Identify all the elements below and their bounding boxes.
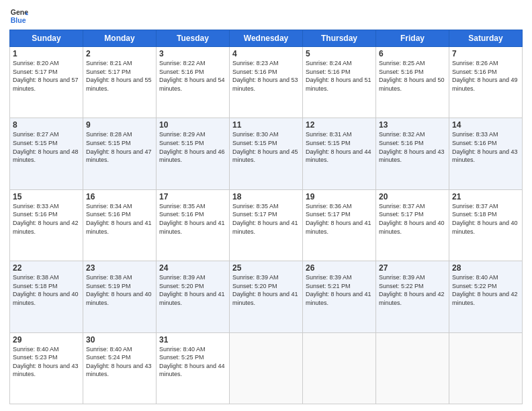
table-cell: 26 Sunrise: 8:39 AMSunset: 5:21 PMDaylig…	[303, 261, 376, 332]
day-number: 15	[13, 192, 80, 201]
table-cell: 18 Sunrise: 8:35 AMSunset: 5:17 PMDaylig…	[230, 189, 303, 261]
table-cell: 13 Sunrise: 8:32 AMSunset: 5:16 PMDaylig…	[376, 118, 449, 189]
table-cell: 29 Sunrise: 8:40 AMSunset: 5:23 PMDaylig…	[10, 332, 83, 404]
day-info: Sunrise: 8:36 AMSunset: 5:17 PMDaylight:…	[306, 202, 373, 236]
day-info: Sunrise: 8:38 AMSunset: 5:18 PMDaylight:…	[13, 273, 80, 307]
calendar-week-row: 22 Sunrise: 8:38 AMSunset: 5:18 PMDaylig…	[10, 261, 523, 332]
day-info: Sunrise: 8:35 AMSunset: 5:16 PMDaylight:…	[159, 202, 226, 236]
logo: General Blue	[9, 7, 31, 26]
day-info: Sunrise: 8:31 AMSunset: 5:15 PMDaylight:…	[306, 130, 373, 164]
table-cell: 20 Sunrise: 8:37 AMSunset: 5:17 PMDaylig…	[376, 189, 449, 261]
day-number: 16	[86, 192, 153, 201]
day-info: Sunrise: 8:24 AMSunset: 5:16 PMDaylight:…	[306, 59, 373, 93]
table-cell: 10 Sunrise: 8:29 AMSunset: 5:15 PMDaylig…	[157, 118, 230, 189]
day-info: Sunrise: 8:37 AMSunset: 5:18 PMDaylight:…	[452, 202, 519, 236]
day-number: 11	[232, 120, 300, 130]
calendar-header-row: Sunday Monday Tuesday Wednesday Thursday…	[10, 30, 523, 47]
day-info: Sunrise: 8:29 AMSunset: 5:15 PMDaylight:…	[159, 130, 226, 164]
day-number: 3	[159, 49, 226, 58]
day-number: 1	[13, 49, 80, 58]
table-cell: 14 Sunrise: 8:33 AMSunset: 5:16 PMDaylig…	[449, 118, 523, 189]
calendar-week-row: 1 Sunrise: 8:20 AMSunset: 5:17 PMDayligh…	[10, 47, 523, 118]
calendar-week-row: 15 Sunrise: 8:33 AMSunset: 5:16 PMDaylig…	[10, 189, 523, 261]
table-cell: 8 Sunrise: 8:27 AMSunset: 5:15 PMDayligh…	[10, 118, 83, 189]
day-number: 2	[86, 49, 153, 58]
table-cell	[376, 332, 449, 404]
table-cell: 4 Sunrise: 8:23 AMSunset: 5:16 PMDayligh…	[230, 47, 303, 118]
day-number: 8	[13, 120, 80, 130]
table-cell: 25 Sunrise: 8:39 AMSunset: 5:20 PMDaylig…	[230, 261, 303, 332]
day-number: 18	[232, 192, 300, 201]
day-info: Sunrise: 8:40 AMSunset: 5:25 PMDaylight:…	[159, 345, 226, 379]
calendar-week-row: 8 Sunrise: 8:27 AMSunset: 5:15 PMDayligh…	[10, 118, 523, 189]
table-cell: 24 Sunrise: 8:39 AMSunset: 5:20 PMDaylig…	[157, 261, 230, 332]
table-cell	[449, 332, 523, 404]
table-cell: 28 Sunrise: 8:40 AMSunset: 5:22 PMDaylig…	[449, 261, 523, 332]
day-info: Sunrise: 8:26 AMSunset: 5:16 PMDaylight:…	[452, 59, 519, 93]
day-info: Sunrise: 8:38 AMSunset: 5:19 PMDaylight:…	[86, 273, 153, 307]
svg-text:General: General	[11, 8, 28, 16]
header: General Blue	[9, 7, 523, 26]
table-cell: 2 Sunrise: 8:21 AMSunset: 5:17 PMDayligh…	[83, 47, 157, 118]
day-info: Sunrise: 8:40 AMSunset: 5:24 PMDaylight:…	[86, 345, 153, 379]
day-number: 28	[452, 263, 519, 273]
day-info: Sunrise: 8:32 AMSunset: 5:16 PMDaylight:…	[379, 130, 446, 164]
day-info: Sunrise: 8:25 AMSunset: 5:16 PMDaylight:…	[379, 59, 446, 93]
day-number: 20	[379, 192, 446, 201]
table-cell: 3 Sunrise: 8:22 AMSunset: 5:16 PMDayligh…	[157, 47, 230, 118]
table-cell: 22 Sunrise: 8:38 AMSunset: 5:18 PMDaylig…	[10, 261, 83, 332]
day-info: Sunrise: 8:20 AMSunset: 5:17 PMDaylight:…	[13, 59, 80, 93]
table-cell: 1 Sunrise: 8:20 AMSunset: 5:17 PMDayligh…	[10, 47, 83, 118]
table-cell: 9 Sunrise: 8:28 AMSunset: 5:15 PMDayligh…	[83, 118, 157, 189]
day-info: Sunrise: 8:40 AMSunset: 5:22 PMDaylight:…	[452, 273, 519, 307]
day-info: Sunrise: 8:23 AMSunset: 5:16 PMDaylight:…	[232, 59, 300, 93]
table-cell	[230, 332, 303, 404]
day-number: 31	[159, 335, 226, 345]
day-info: Sunrise: 8:30 AMSunset: 5:15 PMDaylight:…	[232, 130, 300, 164]
day-number: 23	[86, 263, 153, 273]
day-number: 10	[159, 120, 226, 130]
day-number: 13	[379, 120, 446, 130]
table-cell: 15 Sunrise: 8:33 AMSunset: 5:16 PMDaylig…	[10, 189, 83, 261]
table-cell: 27 Sunrise: 8:39 AMSunset: 5:22 PMDaylig…	[376, 261, 449, 332]
table-cell	[303, 332, 376, 404]
day-number: 25	[232, 263, 300, 273]
table-cell: 5 Sunrise: 8:24 AMSunset: 5:16 PMDayligh…	[303, 47, 376, 118]
col-friday: Friday	[376, 30, 449, 47]
day-info: Sunrise: 8:37 AMSunset: 5:17 PMDaylight:…	[379, 202, 446, 236]
day-number: 24	[159, 263, 226, 273]
table-cell: 30 Sunrise: 8:40 AMSunset: 5:24 PMDaylig…	[83, 332, 157, 404]
table-cell: 7 Sunrise: 8:26 AMSunset: 5:16 PMDayligh…	[449, 47, 523, 118]
table-cell: 21 Sunrise: 8:37 AMSunset: 5:18 PMDaylig…	[449, 189, 523, 261]
day-number: 21	[452, 192, 519, 201]
day-number: 26	[306, 263, 373, 273]
day-number: 22	[13, 263, 80, 273]
svg-text:Blue: Blue	[11, 16, 26, 24]
calendar-week-row: 29 Sunrise: 8:40 AMSunset: 5:23 PMDaylig…	[10, 332, 523, 404]
table-cell: 31 Sunrise: 8:40 AMSunset: 5:25 PMDaylig…	[157, 332, 230, 404]
day-number: 27	[379, 263, 446, 273]
day-info: Sunrise: 8:27 AMSunset: 5:15 PMDaylight:…	[13, 130, 80, 164]
day-number: 17	[159, 192, 226, 201]
col-monday: Monday	[83, 30, 157, 47]
table-cell: 19 Sunrise: 8:36 AMSunset: 5:17 PMDaylig…	[303, 189, 376, 261]
day-info: Sunrise: 8:34 AMSunset: 5:16 PMDaylight:…	[86, 202, 153, 236]
day-info: Sunrise: 8:39 AMSunset: 5:21 PMDaylight:…	[306, 273, 373, 307]
day-number: 4	[232, 49, 300, 58]
table-cell: 12 Sunrise: 8:31 AMSunset: 5:15 PMDaylig…	[303, 118, 376, 189]
col-wednesday: Wednesday	[230, 30, 303, 47]
day-info: Sunrise: 8:21 AMSunset: 5:17 PMDaylight:…	[86, 59, 153, 93]
day-number: 30	[86, 335, 153, 345]
day-info: Sunrise: 8:40 AMSunset: 5:23 PMDaylight:…	[13, 345, 80, 379]
day-number: 12	[306, 120, 373, 130]
day-info: Sunrise: 8:39 AMSunset: 5:20 PMDaylight:…	[159, 273, 226, 307]
day-number: 14	[452, 120, 519, 130]
table-cell: 16 Sunrise: 8:34 AMSunset: 5:16 PMDaylig…	[83, 189, 157, 261]
calendar-table: Sunday Monday Tuesday Wednesday Thursday…	[9, 30, 523, 404]
day-info: Sunrise: 8:33 AMSunset: 5:16 PMDaylight:…	[13, 202, 80, 236]
day-info: Sunrise: 8:39 AMSunset: 5:22 PMDaylight:…	[379, 273, 446, 307]
day-number: 19	[306, 192, 373, 201]
day-info: Sunrise: 8:35 AMSunset: 5:17 PMDaylight:…	[232, 202, 300, 236]
day-number: 29	[13, 335, 80, 345]
table-cell: 11 Sunrise: 8:30 AMSunset: 5:15 PMDaylig…	[230, 118, 303, 189]
